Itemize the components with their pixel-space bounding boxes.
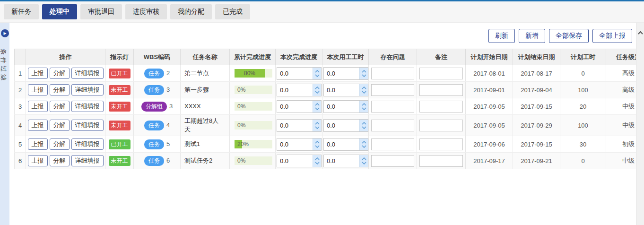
spinner-up-icon[interactable] — [315, 103, 320, 106]
report-button[interactable]: 上报 — [28, 155, 48, 166]
spinner-down-icon[interactable] — [315, 145, 320, 148]
detail-fill-button[interactable]: 详细填报 — [71, 138, 104, 150]
decompose-button[interactable]: 分解 — [50, 84, 70, 95]
expand-filter-button[interactable]: ▶ — [1, 29, 9, 37]
spinner-down-icon[interactable] — [362, 126, 366, 129]
detail-fill-button[interactable]: 详细填报 — [71, 155, 104, 166]
detail-fill-button[interactable]: 详细填报 — [71, 84, 104, 95]
tab-my-assignment[interactable]: 我的分配 — [170, 4, 212, 19]
spinner-down-icon[interactable] — [315, 107, 320, 110]
report-button[interactable]: 上报 — [28, 120, 48, 131]
status-badge: 未开工 — [109, 121, 131, 130]
current-progress-spin-buttons[interactable] — [313, 68, 321, 79]
issue-input[interactable] — [371, 68, 414, 79]
row-number: 2 — [15, 82, 26, 98]
remark-input[interactable] — [419, 155, 463, 167]
remark-input[interactable] — [419, 120, 463, 131]
work-hours-spin-buttons[interactable] — [359, 138, 368, 150]
refresh-button[interactable]: 刷新 — [488, 29, 515, 43]
tab-processing[interactable]: 处理中 — [42, 4, 77, 19]
spinner-up-icon[interactable] — [362, 87, 366, 89]
tab-new-task[interactable]: 新任务 — [4, 4, 39, 19]
scroll-up-button[interactable] — [637, 28, 644, 37]
wbs-type-badge: 任务 — [144, 156, 164, 166]
detail-fill-button[interactable]: 详细填报 — [71, 120, 104, 131]
work-hours-input[interactable] — [324, 155, 359, 167]
issue-input[interactable] — [371, 155, 414, 167]
spinner-up-icon[interactable] — [362, 103, 366, 106]
report-button[interactable]: 上报 — [28, 101, 48, 112]
decompose-button[interactable]: 分解 — [50, 120, 70, 131]
work-hours-input[interactable] — [324, 68, 359, 79]
spinner-up-icon[interactable] — [315, 87, 320, 89]
work-hours-spinner — [323, 84, 368, 96]
work-hours-spin-buttons[interactable] — [359, 68, 368, 79]
spinner-down-icon[interactable] — [362, 145, 366, 148]
detail-fill-button[interactable]: 详细填报 — [71, 68, 104, 79]
issue-input[interactable] — [371, 101, 414, 112]
remark-input[interactable] — [419, 138, 463, 150]
current-progress-input[interactable] — [277, 68, 313, 79]
report-button[interactable]: 上报 — [28, 138, 48, 150]
tab-approval-returned[interactable]: 审批退回 — [80, 4, 122, 19]
plan-hours: 30 — [560, 136, 606, 153]
remark-input[interactable] — [419, 84, 463, 96]
detail-fill-button[interactable]: 详细填报 — [71, 101, 104, 112]
spinner-up-icon[interactable] — [315, 141, 320, 144]
vertical-scrollbar[interactable] — [636, 23, 644, 225]
decompose-button[interactable]: 分解 — [50, 155, 70, 166]
current-progress-input[interactable] — [277, 138, 313, 150]
spinner-up-icon[interactable] — [362, 157, 366, 160]
spinner-up-icon[interactable] — [315, 122, 320, 125]
spinner-down-icon[interactable] — [315, 91, 320, 94]
spinner-up-icon[interactable] — [362, 141, 366, 144]
spinner-down-icon[interactable] — [362, 91, 366, 94]
remark-input[interactable] — [419, 68, 463, 79]
work-hours-input[interactable] — [324, 120, 359, 131]
report-button[interactable]: 上报 — [28, 68, 48, 79]
current-progress-spin-buttons[interactable] — [313, 101, 321, 112]
current-progress-spin-buttons[interactable] — [313, 120, 321, 131]
spinner-up-icon[interactable] — [362, 70, 366, 73]
decompose-button[interactable]: 分解 — [50, 101, 70, 112]
current-progress-spin-buttons[interactable] — [313, 84, 321, 96]
decompose-button[interactable]: 分解 — [50, 138, 70, 150]
submit-all-button[interactable]: 全部上报 — [592, 29, 632, 43]
row-number: 5 — [15, 136, 26, 153]
spinner-down-icon[interactable] — [315, 126, 320, 129]
spinner-down-icon[interactable] — [362, 74, 366, 77]
report-button[interactable]: 上报 — [28, 84, 48, 95]
work-hours-spin-buttons[interactable] — [359, 84, 368, 96]
work-hours-spin-buttons[interactable] — [359, 155, 368, 167]
tab-completed[interactable]: 已完成 — [215, 4, 250, 19]
add-button[interactable]: 新增 — [519, 29, 545, 43]
spinner-up-icon[interactable] — [315, 70, 320, 73]
spinner-up-icon[interactable] — [362, 122, 366, 125]
tab-progress-review[interactable]: 进度审核 — [125, 4, 167, 19]
spinner-down-icon[interactable] — [362, 107, 366, 110]
current-progress-spin-buttons[interactable] — [313, 138, 321, 150]
spinner-down-icon[interactable] — [315, 162, 320, 164]
work-hours-input[interactable] — [324, 84, 359, 96]
issue-input[interactable] — [371, 138, 414, 150]
work-hours-spin-buttons[interactable] — [359, 120, 368, 131]
current-progress-input[interactable] — [277, 84, 313, 96]
issue-input[interactable] — [371, 84, 414, 96]
current-progress-input[interactable] — [277, 101, 313, 112]
work-hours-cell — [322, 153, 369, 169]
work-hours-spin-buttons[interactable] — [359, 101, 368, 112]
decompose-button[interactable]: 分解 — [50, 68, 70, 79]
current-progress-input[interactable] — [277, 155, 313, 167]
row-number: 6 — [15, 153, 26, 169]
save-all-button[interactable]: 全部保存 — [549, 29, 589, 43]
spinner-up-icon[interactable] — [315, 157, 320, 160]
work-hours-input[interactable] — [324, 138, 359, 150]
issue-input[interactable] — [371, 120, 414, 131]
current-progress-spin-buttons[interactable] — [313, 155, 321, 167]
remark-input[interactable] — [419, 101, 463, 112]
current-progress-input[interactable] — [277, 120, 313, 131]
spinner-down-icon[interactable] — [315, 74, 320, 77]
current-progress-cell — [276, 98, 322, 115]
spinner-down-icon[interactable] — [362, 162, 366, 164]
work-hours-input[interactable] — [324, 101, 359, 112]
